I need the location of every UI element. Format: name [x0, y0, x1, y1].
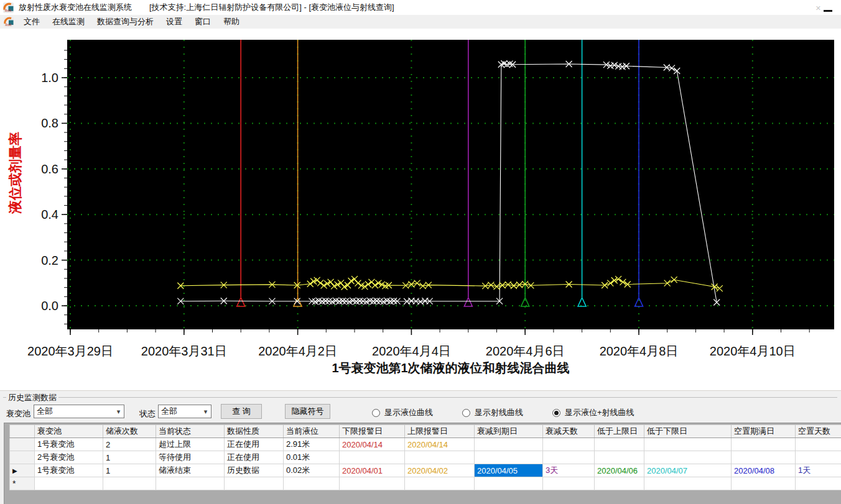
- table-cell[interactable]: 0.02米: [284, 464, 340, 477]
- table-cell[interactable]: [543, 438, 595, 451]
- column-header[interactable]: 当前状态: [156, 425, 225, 438]
- table-cell[interactable]: 2.91米: [284, 438, 340, 451]
- table-cell[interactable]: 1: [103, 464, 156, 477]
- table-cell[interactable]: [796, 438, 841, 451]
- table-cell[interactable]: [405, 451, 475, 464]
- table-cell[interactable]: 2020/04/07: [644, 464, 732, 477]
- menu-settings[interactable]: 设置: [160, 15, 188, 29]
- table-cell[interactable]: 2020/04/02: [405, 464, 475, 477]
- table-cell[interactable]: 2020/04/01: [340, 464, 405, 477]
- table-cell[interactable]: 2020/04/08: [732, 464, 796, 477]
- table-row: *: [10, 477, 841, 490]
- table-cell[interactable]: [595, 477, 644, 490]
- table-cell[interactable]: 储液结束: [156, 464, 225, 477]
- radio-circle-icon: [372, 409, 380, 417]
- table-cell[interactable]: [595, 438, 644, 451]
- column-header[interactable]: 低于下限日: [644, 425, 732, 438]
- menu-window[interactable]: 窗口: [188, 15, 217, 29]
- table-cell[interactable]: [103, 477, 156, 490]
- table-cell[interactable]: [225, 477, 284, 490]
- table-cell[interactable]: [732, 451, 796, 464]
- radio-show-level-plus-ray-curve[interactable]: 显示液位+射线曲线: [552, 407, 634, 418]
- menu-data-query-analysis[interactable]: 数据查询与分析: [91, 15, 160, 29]
- chevron-down-icon: ▾: [200, 408, 211, 416]
- new-row-indicator[interactable]: *: [10, 477, 35, 490]
- status-filter-label: 状态: [139, 408, 156, 419]
- current-row-indicator[interactable]: ▶: [10, 464, 35, 477]
- table-cell[interactable]: [405, 477, 475, 490]
- x-axis-tick-label: 2020年4月10日: [710, 344, 796, 358]
- column-header[interactable]: 衰减到期日: [475, 425, 543, 438]
- column-header[interactable]: 衰变池: [35, 425, 103, 438]
- decay-pool-level-ray-chart: 0.00.20.40.60.81.02020年3月29日2020年3月31日20…: [0, 29, 841, 390]
- table-cell[interactable]: [475, 477, 543, 490]
- table-cell[interactable]: 2020/04/06: [595, 464, 644, 477]
- menu-help[interactable]: 帮助: [217, 15, 246, 29]
- table-cell[interactable]: 正在使用: [225, 451, 284, 464]
- menu-file[interactable]: 文件: [17, 15, 46, 29]
- table-cell[interactable]: 3天: [543, 464, 595, 477]
- table-cell[interactable]: 2020/04/14: [340, 438, 405, 451]
- pool-filter-combobox[interactable]: 全部 ▾: [34, 405, 124, 418]
- close-icon[interactable]: ✕: [815, 5, 821, 12]
- y-axis-tick-label: 0.6: [41, 162, 58, 176]
- table-cell[interactable]: [796, 451, 841, 464]
- table-cell[interactable]: [475, 451, 543, 464]
- table-cell[interactable]: [543, 477, 595, 490]
- table-cell[interactable]: [796, 477, 841, 490]
- column-header[interactable]: 当前液位: [284, 425, 340, 438]
- table-cell[interactable]: 2020/04/05: [475, 464, 543, 477]
- table-cell[interactable]: 0.01米: [284, 451, 340, 464]
- column-header[interactable]: 上限报警日: [405, 425, 475, 438]
- table-cell[interactable]: 2号衰变池: [35, 451, 103, 464]
- table-cell[interactable]: [732, 477, 796, 490]
- table-cell[interactable]: 历史数据: [225, 464, 284, 477]
- table-cell[interactable]: 2020/04/14: [405, 438, 475, 451]
- radio-circle-icon: [462, 409, 470, 417]
- radio-show-level-curve[interactable]: 显示液位曲线: [372, 407, 433, 418]
- table-cell[interactable]: [644, 451, 732, 464]
- table-cell[interactable]: [35, 477, 103, 490]
- table-cell[interactable]: [340, 477, 405, 490]
- column-header[interactable]: 数据性质: [225, 425, 284, 438]
- menu-online-monitor[interactable]: 在线监测: [46, 15, 91, 29]
- radio-label: 显示液位+射线曲线: [565, 407, 634, 418]
- table-cell[interactable]: 超过上限: [156, 438, 225, 451]
- column-header[interactable]: 低于上限日: [595, 425, 644, 438]
- column-header[interactable]: 下限报警日: [340, 425, 405, 438]
- table-cell[interactable]: 1号衰变池: [35, 438, 103, 451]
- table-cell[interactable]: 正在使用: [225, 438, 284, 451]
- x-axis-tick-label: 2020年4月8日: [600, 344, 679, 358]
- column-header[interactable]: 储液次数: [103, 425, 156, 438]
- table-cell[interactable]: 1: [103, 451, 156, 464]
- row-selector[interactable]: [10, 438, 35, 451]
- table-cell[interactable]: [595, 451, 644, 464]
- table-cell[interactable]: 1号衰变池: [35, 464, 103, 477]
- table-cell[interactable]: [543, 451, 595, 464]
- table-cell[interactable]: 2: [103, 438, 156, 451]
- table-cell[interactable]: [156, 477, 225, 490]
- query-button[interactable]: 查 询: [221, 404, 262, 419]
- column-header[interactable]: 空置期满日: [732, 425, 796, 438]
- minimize-button[interactable]: [824, 2, 832, 12]
- menu-bar: RnRi 文件在线监测数据查询与分析设置窗口帮助: [0, 15, 841, 29]
- table-cell[interactable]: [340, 451, 405, 464]
- y-axis-tick-label: 0.4: [41, 208, 58, 221]
- status-filter-combobox[interactable]: 全部 ▾: [158, 405, 211, 418]
- table-cell[interactable]: [644, 477, 732, 490]
- table-cell[interactable]: [284, 477, 340, 490]
- table-cell[interactable]: [644, 438, 732, 451]
- table-cell[interactable]: [475, 438, 543, 451]
- table-row: 2号衰变池1等待使用正在使用0.01米: [10, 451, 841, 464]
- column-header[interactable]: 空置天数: [796, 425, 841, 438]
- radio-show-ray-curve[interactable]: 显示射线曲线: [462, 407, 523, 418]
- pool-filter-label: 衰变池: [6, 408, 30, 419]
- table-cell[interactable]: [732, 438, 796, 451]
- row-selector[interactable]: [10, 451, 35, 464]
- svg-text:RnRi: RnRi: [6, 24, 12, 27]
- table-cell[interactable]: 1天: [796, 464, 841, 477]
- table-cell[interactable]: 等待使用: [156, 451, 225, 464]
- column-header[interactable]: 衰减天数: [543, 425, 595, 438]
- hide-symbols-button[interactable]: 隐藏符号: [285, 404, 330, 419]
- pool-filter-value: 全部: [34, 406, 113, 417]
